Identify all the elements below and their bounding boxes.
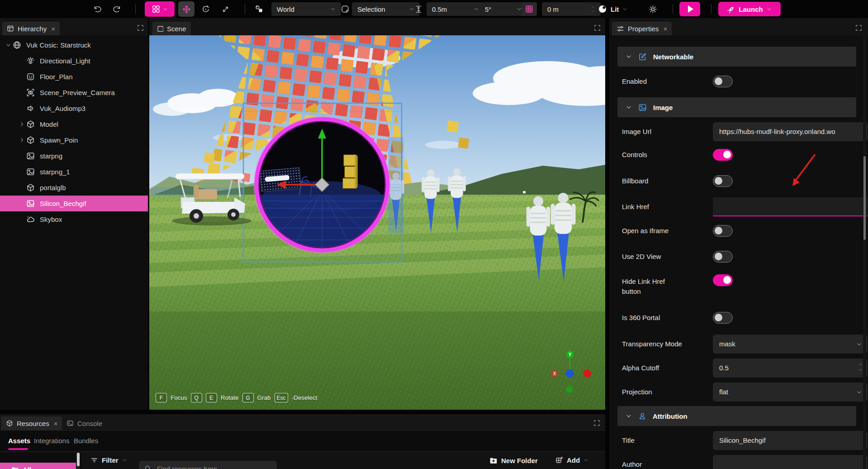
- expander-icon[interactable]: [17, 121, 26, 127]
- audio-icon: [26, 104, 35, 113]
- rotate-tool-button[interactable]: [199, 2, 213, 16]
- shading-mode-select[interactable]: Lit: [598, 2, 627, 16]
- hierarchy-item-starpng-1[interactable]: starpng_1: [0, 164, 148, 180]
- expander-icon[interactable]: [4, 42, 13, 48]
- hierarchy-item-floor-plan[interactable]: Floor_Plan: [0, 69, 148, 85]
- projection-select[interactable]: flat: [713, 383, 868, 402]
- expand-panel-icon[interactable]: [855, 24, 862, 31]
- cube-icon: [26, 136, 35, 144]
- transform-space-select[interactable]: World: [271, 2, 341, 16]
- enabled-toggle[interactable]: [713, 76, 733, 87]
- link-href-input[interactable]: [713, 197, 868, 216]
- tab-bundles[interactable]: Bundles: [74, 437, 98, 445]
- hierarchy-item-silicon-bechgif[interactable]: Silicon_Bechgif: [0, 196, 148, 211]
- chevron-down-icon: [3, 467, 8, 469]
- resources-panel: Resources × Console Assets Integrations …: [0, 414, 605, 469]
- tab-properties[interactable]: Properties ×: [612, 22, 672, 35]
- expand-panel-icon[interactable]: [137, 24, 144, 31]
- grid-toggle-button[interactable]: [522, 2, 537, 16]
- tab-hierarchy[interactable]: Hierarchy ×: [2, 22, 60, 35]
- snap-mode-button[interactable]: [338, 2, 352, 16]
- grid-height-stepper[interactable]: 0 m: [542, 2, 601, 16]
- settings-button[interactable]: [646, 2, 659, 16]
- transparency-mode-select[interactable]: mask: [713, 335, 868, 354]
- controls-toggle[interactable]: [713, 149, 733, 161]
- alpha-cutoff-stepper[interactable]: [858, 362, 863, 372]
- stepper-arrows[interactable]: [591, 5, 595, 13]
- play-icon: [688, 5, 693, 13]
- image-url-input[interactable]: https://hubs-mudf-link-proxy.onland.wo: [713, 122, 868, 141]
- tab-assets[interactable]: Assets: [8, 437, 30, 445]
- tab-resources-label: Resources: [17, 420, 49, 427]
- rotate-snap-select[interactable]: 5°: [479, 2, 527, 16]
- new-folder-button[interactable]: New Folder: [489, 456, 538, 464]
- hierarchy-item-vuk-cosic-starstruck[interactable]: Vuk Cosic: Starstruck: [0, 37, 148, 53]
- chevron-down-icon: [163, 7, 168, 12]
- expander-icon[interactable]: [17, 137, 26, 143]
- field-label: Enabled: [622, 77, 647, 86]
- add-object-button[interactable]: [145, 1, 175, 17]
- filter-button[interactable]: Filter: [90, 456, 127, 464]
- field-label: Open as Iframe: [622, 226, 669, 236]
- hierarchy-item-model[interactable]: Model: [0, 116, 148, 132]
- field-alpha-cutoff: Alpha Cutoff 0.5: [622, 359, 855, 378]
- section-image[interactable]: Image: [617, 97, 856, 117]
- open-as-iframe-toggle[interactable]: [713, 225, 733, 237]
- translate-snap-select[interactable]: 0.5m: [427, 2, 484, 16]
- is-360-portal-toggle[interactable]: [713, 312, 733, 324]
- tab-resources[interactable]: Resources ×: [1, 416, 62, 430]
- image-section-icon: [638, 103, 647, 112]
- grid-height-value: 0 m: [547, 5, 559, 13]
- hierarchy-item-starpng[interactable]: starpng: [0, 148, 148, 164]
- play-button[interactable]: [679, 2, 700, 16]
- distribute-button[interactable]: [412, 2, 425, 16]
- scene-viewport[interactable]: Y X FFocusQERotateGGrabEsc-Deselect: [149, 35, 605, 410]
- chevron-down-icon: [622, 7, 627, 12]
- chevron-down-icon: [122, 458, 127, 463]
- section-attribution[interactable]: Attribution: [617, 406, 856, 426]
- tab-scene[interactable]: Scene: [152, 22, 191, 35]
- hierarchy-item-label: starpng_1: [40, 168, 70, 176]
- field-label: Alpha Cutoff: [622, 363, 659, 373]
- toolbar-divider: [245, 4, 245, 14]
- folder-scrollbar[interactable]: [76, 452, 80, 469]
- hierarchy-item-directional-light[interactable]: Directional_Light: [0, 53, 148, 69]
- section-networkable[interactable]: Networkable: [617, 47, 856, 67]
- close-icon[interactable]: ×: [51, 25, 55, 33]
- folder-all[interactable]: All: [0, 463, 76, 469]
- close-icon[interactable]: ×: [663, 25, 667, 33]
- scale-tool-button[interactable]: [218, 2, 232, 16]
- add-button[interactable]: Add: [555, 456, 588, 464]
- author-input[interactable]: [713, 455, 868, 469]
- hierarchy-item-portalglb[interactable]: portalglb: [0, 180, 148, 196]
- parenting-button[interactable]: [252, 2, 266, 16]
- tab-console[interactable]: Console: [62, 416, 107, 430]
- globe-icon: [13, 41, 21, 49]
- section-attribution-title: Attribution: [653, 412, 688, 420]
- search-icon: [144, 465, 152, 469]
- close-icon[interactable]: ×: [54, 420, 58, 427]
- undo-button[interactable]: [90, 2, 104, 16]
- resource-search[interactable]: [139, 461, 277, 469]
- title-input[interactable]: Silicon_Bechgif: [713, 431, 868, 450]
- pivot-select[interactable]: Selection: [352, 2, 420, 16]
- launch-button[interactable]: Launch: [718, 2, 781, 16]
- chevron-down-icon: [856, 341, 862, 347]
- hierarchy-item-skybox[interactable]: Skybox: [0, 211, 148, 227]
- expand-panel-icon[interactable]: [593, 420, 600, 426]
- hierarchy-item-vuk-audiomp3[interactable]: Vuk_Audiomp3: [0, 100, 148, 116]
- use-2d-view-toggle[interactable]: [713, 251, 733, 263]
- properties-scrollbar[interactable]: [863, 35, 866, 469]
- redo-button[interactable]: [110, 2, 124, 16]
- hierarchy-item-scene-preview-camera[interactable]: Scene_Preview_Camera: [0, 85, 148, 100]
- hierarchy-item-spawn-poin[interactable]: Spawn_Poin: [0, 132, 148, 148]
- expand-panel-icon[interactable]: [594, 24, 601, 31]
- tab-integrations[interactable]: Integrations: [34, 437, 69, 445]
- field-hide-link-href: Hide Link Href button: [622, 271, 855, 302]
- alpha-cutoff-input[interactable]: 0.5: [713, 359, 868, 378]
- search-input[interactable]: [156, 464, 262, 469]
- translate-tool-button[interactable]: [178, 1, 194, 17]
- grid-add-icon: [152, 5, 160, 13]
- billboard-toggle[interactable]: [713, 175, 733, 187]
- hide-link-href-toggle[interactable]: [713, 274, 733, 286]
